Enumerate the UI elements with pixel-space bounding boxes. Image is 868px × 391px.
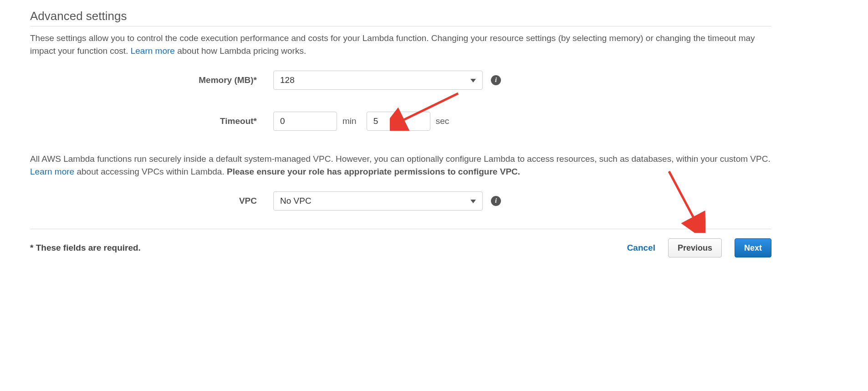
learn-more-pricing-link[interactable]: Learn more bbox=[131, 46, 175, 56]
vpc-label: VPC bbox=[30, 196, 273, 206]
previous-button[interactable]: Previous bbox=[668, 238, 722, 257]
intro-text-post: about how Lambda pricing works. bbox=[177, 46, 306, 56]
info-icon[interactable]: i bbox=[491, 75, 501, 85]
vpc-desc-pre: All AWS Lambda functions run securely in… bbox=[30, 154, 771, 164]
info-icon[interactable]: i bbox=[491, 196, 501, 206]
cancel-link[interactable]: Cancel bbox=[627, 243, 655, 253]
footer-row: * These fields are required. Cancel Prev… bbox=[30, 238, 771, 257]
timeout-min-input[interactable] bbox=[273, 112, 337, 131]
vpc-desc-mid: about accessing VPCs within Lambda. bbox=[77, 167, 227, 176]
vpc-row: VPC No VPC i bbox=[30, 191, 771, 211]
next-button[interactable]: Next bbox=[735, 238, 771, 257]
learn-more-vpc-link[interactable]: Learn more bbox=[30, 167, 74, 176]
timeout-sec-input[interactable] bbox=[367, 112, 430, 131]
vpc-select[interactable]: No VPC bbox=[273, 191, 483, 211]
timeout-min-unit: min bbox=[342, 116, 357, 126]
chevron-down-icon bbox=[470, 79, 476, 82]
section-title: Advanced settings bbox=[30, 9, 771, 26]
memory-label: Memory (MB)* bbox=[30, 75, 273, 85]
intro-text: These settings allow you to control the … bbox=[30, 32, 771, 57]
chevron-down-icon bbox=[470, 200, 476, 203]
memory-row: Memory (MB)* 128 i bbox=[30, 71, 771, 90]
memory-select[interactable]: 128 bbox=[273, 71, 483, 90]
memory-value: 128 bbox=[280, 75, 295, 85]
required-note: * These fields are required. bbox=[30, 243, 627, 253]
vpc-value: No VPC bbox=[280, 196, 311, 206]
timeout-row: Timeout* min sec bbox=[30, 112, 771, 131]
vpc-desc-bold: Please ensure your role has appropriate … bbox=[227, 167, 520, 176]
vpc-description: All AWS Lambda functions run securely in… bbox=[30, 153, 771, 178]
footer-separator bbox=[30, 229, 771, 229]
timeout-label: Timeout* bbox=[30, 116, 273, 126]
timeout-sec-unit: sec bbox=[436, 116, 449, 126]
